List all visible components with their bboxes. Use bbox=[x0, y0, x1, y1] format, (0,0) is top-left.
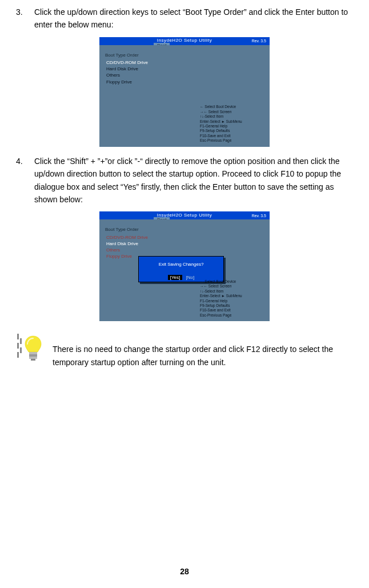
bios2-help-1: →← Select Screen bbox=[200, 284, 266, 289]
svg-rect-8 bbox=[31, 359, 35, 361]
bios1-entry-0: CD/DVD-ROM Drive bbox=[105, 59, 264, 66]
bios2-help-2: ↑↓-Select Item bbox=[200, 289, 266, 294]
bios1-help-3: Enter-Select ► SubMenu bbox=[200, 119, 266, 124]
bios2-entry-1: Hard Disk Drive bbox=[105, 241, 264, 247]
step-3-text: Click the up/down direction keys to sele… bbox=[34, 6, 353, 31]
bios1-revision: Rev. 3.5 bbox=[251, 38, 266, 44]
svg-rect-0 bbox=[17, 334, 19, 339]
bios2-dialog-no: [No] bbox=[186, 275, 195, 280]
page-number: 28 bbox=[0, 565, 369, 578]
svg-rect-7 bbox=[29, 357, 37, 359]
bios1-help-4: F1-General Help bbox=[200, 124, 266, 129]
step-4-number: 4. bbox=[16, 155, 27, 206]
lightbulb-icon bbox=[16, 333, 45, 366]
step-3: 3. Click the up/down direction keys to s… bbox=[16, 6, 353, 31]
bios1-body: Boot Type Order CD/DVD-ROM Drive Hard Di… bbox=[99, 45, 270, 147]
bios1-help-6: F10-Save and Exit bbox=[200, 134, 266, 138]
bios2-dialog-yes: [Yes] bbox=[168, 275, 183, 280]
step-3-number: 3. bbox=[16, 6, 27, 31]
svg-rect-3 bbox=[20, 338, 22, 344]
bios1-titlebar: InsydeH2O Setup Utility Rev. 3.5 bbox=[99, 37, 270, 45]
bios1-help-2: ↑↓-Select Item bbox=[200, 114, 266, 119]
bios1-help-0: ← Select Boot Device bbox=[200, 105, 266, 109]
bios2-dialog: Exit Saving Changes? [Yes] [No] bbox=[138, 256, 224, 282]
bios1-entry-1: Hard Disk Drive bbox=[105, 66, 264, 72]
bios1-entry-2: Others bbox=[105, 72, 264, 78]
bios2-section-title: Boot Type Order bbox=[105, 226, 264, 233]
bios1-help-1: →← Select Screen bbox=[200, 110, 266, 114]
bios2-help-5: F9-Setup Defaults bbox=[200, 303, 266, 308]
bios1-help: ← Select Boot Device →← Select Screen ↑↓… bbox=[200, 105, 266, 143]
svg-rect-2 bbox=[17, 352, 19, 358]
bios2-titlebar: InsydeH2O Setup Utility Rev. 3.5 bbox=[99, 211, 270, 219]
bios2-help-4: F1-General Help bbox=[200, 299, 266, 303]
bios1-entry-3: Floppy Drive bbox=[105, 79, 264, 85]
bios1-help-5: F9-Setup Defaults bbox=[200, 129, 266, 133]
bios2-help-3: Enter-Select ► SubMenu bbox=[200, 294, 266, 298]
bios2-revision: Rev. 3.5 bbox=[251, 213, 266, 219]
bios2-help-7: Esc-Previous Page bbox=[200, 313, 266, 318]
svg-rect-1 bbox=[17, 343, 19, 349]
bios2-entry-0: CD/DVD-ROM Drive bbox=[105, 234, 264, 241]
bios2-help-6: F10-Save and Exit bbox=[200, 308, 266, 313]
svg-rect-6 bbox=[29, 354, 37, 357]
bios2-body: Boot Type Order CD/DVD-ROM Drive Hard Di… bbox=[99, 219, 270, 321]
svg-rect-5 bbox=[29, 352, 37, 354]
note-text: There is no need to change the startup o… bbox=[53, 333, 353, 369]
bios2-entry-2: Others bbox=[105, 247, 264, 253]
step-4: 4. Click the “Shift” + ”+”or click ”-“ d… bbox=[16, 155, 353, 206]
bios1-section-title: Boot Type Order bbox=[105, 52, 264, 58]
bios1-help-7: Esc-Previous Page bbox=[200, 138, 266, 143]
bios2-dialog-title: Exit Saving Changes? bbox=[139, 257, 223, 269]
svg-rect-4 bbox=[20, 347, 22, 353]
bios1-menu: Boot Type Order CD/DVD-ROM Drive Hard Di… bbox=[99, 45, 270, 91]
note-block: There is no need to change the startup o… bbox=[16, 333, 353, 369]
step-4-text: Click the “Shift” + ”+”or click ”-“ dire… bbox=[34, 155, 353, 206]
bios-screenshot-1: InsydeH2O Setup Utility Rev. 3.5 Boot Bo… bbox=[99, 37, 270, 147]
bios2-help: ← Select Boot Device →← Select Screen ↑↓… bbox=[200, 279, 266, 318]
bios2-help-0: ← Select Boot Device bbox=[200, 279, 266, 284]
bios-screenshot-2: InsydeH2O Setup Utility Rev. 3.5 Boot Bo… bbox=[99, 211, 270, 321]
